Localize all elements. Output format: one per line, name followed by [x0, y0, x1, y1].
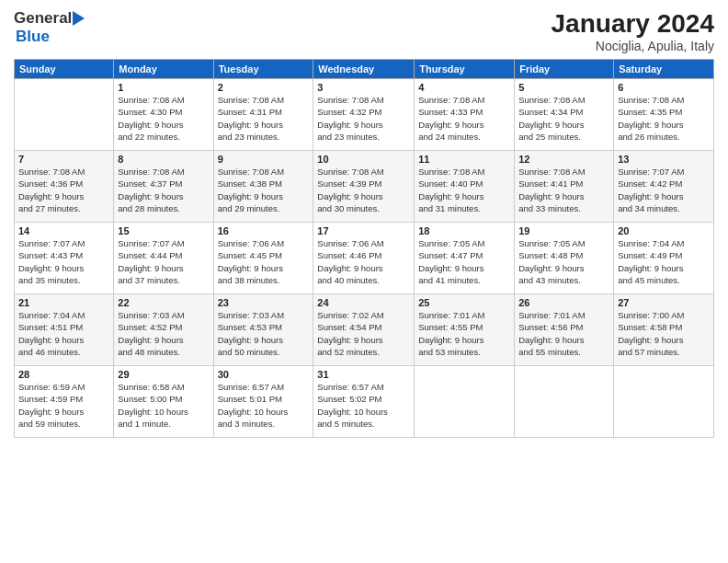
calendar-cell: 21Sunrise: 7:04 AMSunset: 4:51 PMDayligh… [15, 294, 114, 366]
calendar-cell: 1Sunrise: 7:08 AMSunset: 4:30 PMDaylight… [114, 79, 213, 151]
day-info: Sunrise: 7:08 AMSunset: 4:35 PMDaylight:… [618, 94, 710, 143]
day-number: 4 [418, 82, 510, 93]
calendar-cell: 23Sunrise: 7:03 AMSunset: 4:53 PMDayligh… [213, 294, 313, 366]
calendar-week-row: 1Sunrise: 7:08 AMSunset: 4:30 PMDaylight… [15, 79, 714, 151]
calendar-cell: 31Sunrise: 6:57 AMSunset: 5:02 PMDayligh… [313, 366, 415, 438]
day-number: 15 [118, 225, 209, 236]
day-number: 24 [317, 297, 410, 308]
day-number: 31 [317, 369, 410, 380]
day-info: Sunrise: 7:08 AMSunset: 4:36 PMDaylight:… [18, 166, 109, 214]
calendar-cell: 25Sunrise: 7:01 AMSunset: 4:55 PMDayligh… [415, 294, 515, 366]
calendar-cell: 26Sunrise: 7:01 AMSunset: 4:56 PMDayligh… [515, 294, 614, 366]
day-info: Sunrise: 6:57 AMSunset: 5:01 PMDaylight:… [218, 381, 310, 430]
calendar-cell: 3Sunrise: 7:08 AMSunset: 4:32 PMDaylight… [313, 79, 415, 151]
day-info: Sunrise: 7:06 AMSunset: 4:45 PMDaylight:… [218, 237, 310, 286]
day-number: 30 [218, 369, 310, 380]
calendar-week-row: 28Sunrise: 6:59 AMSunset: 4:59 PMDayligh… [15, 366, 714, 438]
day-info: Sunrise: 7:05 AMSunset: 4:48 PMDaylight:… [518, 237, 609, 286]
col-tuesday: Tuesday [213, 60, 313, 79]
calendar-cell: 10Sunrise: 7:08 AMSunset: 4:39 PMDayligh… [313, 151, 415, 223]
day-info: Sunrise: 6:59 AMSunset: 4:59 PMDaylight:… [18, 381, 109, 430]
day-number: 9 [218, 154, 310, 165]
calendar-cell: 15Sunrise: 7:07 AMSunset: 4:44 PMDayligh… [114, 223, 213, 294]
calendar-cell: 16Sunrise: 7:06 AMSunset: 4:45 PMDayligh… [213, 223, 313, 294]
day-number: 27 [618, 297, 710, 308]
calendar-cell: 11Sunrise: 7:08 AMSunset: 4:40 PMDayligh… [415, 151, 515, 223]
logo-general-text: General [14, 9, 72, 28]
calendar-cell [614, 366, 714, 438]
calendar-cell: 24Sunrise: 7:02 AMSunset: 4:54 PMDayligh… [313, 294, 415, 366]
calendar-cell: 9Sunrise: 7:08 AMSunset: 4:38 PMDaylight… [213, 151, 313, 223]
day-info: Sunrise: 7:08 AMSunset: 4:38 PMDaylight:… [218, 166, 310, 214]
calendar-cell: 20Sunrise: 7:04 AMSunset: 4:49 PMDayligh… [614, 223, 714, 294]
calendar-week-row: 21Sunrise: 7:04 AMSunset: 4:51 PMDayligh… [15, 294, 714, 366]
calendar-cell: 6Sunrise: 7:08 AMSunset: 4:35 PMDaylight… [614, 79, 714, 151]
day-info: Sunrise: 7:08 AMSunset: 4:31 PMDaylight:… [218, 94, 310, 143]
day-info: Sunrise: 7:08 AMSunset: 4:30 PMDaylight:… [118, 94, 209, 143]
day-number: 23 [218, 297, 310, 308]
col-friday: Friday [515, 60, 614, 79]
calendar-cell: 22Sunrise: 7:03 AMSunset: 4:52 PMDayligh… [114, 294, 213, 366]
calendar-week-row: 7Sunrise: 7:08 AMSunset: 4:36 PMDaylight… [15, 151, 714, 223]
page: General Blue January 2024 Nociglia, Apul… [0, 0, 728, 563]
day-info: Sunrise: 7:04 AMSunset: 4:51 PMDaylight:… [18, 309, 109, 358]
day-number: 21 [18, 297, 109, 308]
day-info: Sunrise: 6:58 AMSunset: 5:00 PMDaylight:… [118, 381, 209, 430]
col-wednesday: Wednesday [313, 60, 415, 79]
calendar-cell: 27Sunrise: 7:00 AMSunset: 4:58 PMDayligh… [614, 294, 714, 366]
calendar-cell: 30Sunrise: 6:57 AMSunset: 5:01 PMDayligh… [213, 366, 313, 438]
day-number: 19 [518, 225, 609, 236]
day-number: 29 [118, 369, 209, 380]
calendar-cell [515, 366, 614, 438]
day-number: 13 [618, 154, 710, 165]
day-number: 14 [18, 225, 109, 236]
day-number: 20 [618, 225, 710, 236]
day-number: 12 [518, 154, 609, 165]
calendar-cell [15, 79, 114, 151]
calendar-cell: 17Sunrise: 7:06 AMSunset: 4:46 PMDayligh… [313, 223, 415, 294]
day-info: Sunrise: 7:00 AMSunset: 4:58 PMDaylight:… [618, 309, 710, 358]
calendar-cell: 5Sunrise: 7:08 AMSunset: 4:34 PMDaylight… [515, 79, 614, 151]
day-info: Sunrise: 7:08 AMSunset: 4:33 PMDaylight:… [418, 94, 510, 143]
day-info: Sunrise: 7:08 AMSunset: 4:37 PMDaylight:… [118, 166, 209, 214]
day-number: 28 [18, 369, 109, 380]
day-info: Sunrise: 7:08 AMSunset: 4:34 PMDaylight:… [518, 94, 609, 143]
calendar-week-row: 14Sunrise: 7:07 AMSunset: 4:43 PMDayligh… [15, 223, 714, 294]
day-info: Sunrise: 7:08 AMSunset: 4:40 PMDaylight:… [418, 166, 510, 214]
day-info: Sunrise: 7:03 AMSunset: 4:53 PMDaylight:… [218, 309, 310, 358]
calendar-cell: 18Sunrise: 7:05 AMSunset: 4:47 PMDayligh… [415, 223, 515, 294]
calendar-cell: 19Sunrise: 7:05 AMSunset: 4:48 PMDayligh… [515, 223, 614, 294]
calendar-cell [415, 366, 515, 438]
day-info: Sunrise: 6:57 AMSunset: 5:02 PMDaylight:… [317, 381, 410, 430]
day-number: 22 [118, 297, 209, 308]
col-thursday: Thursday [415, 60, 515, 79]
calendar-cell: 13Sunrise: 7:07 AMSunset: 4:42 PMDayligh… [614, 151, 714, 223]
day-info: Sunrise: 7:07 AMSunset: 4:42 PMDaylight:… [618, 166, 710, 214]
day-number: 25 [418, 297, 510, 308]
day-info: Sunrise: 7:01 AMSunset: 4:56 PMDaylight:… [518, 309, 609, 358]
calendar-table: Sunday Monday Tuesday Wednesday Thursday… [14, 59, 714, 438]
calendar-cell: 8Sunrise: 7:08 AMSunset: 4:37 PMDaylight… [114, 151, 213, 223]
title-block: January 2024 Nociglia, Apulia, Italy [552, 9, 714, 53]
col-monday: Monday [114, 60, 213, 79]
day-number: 5 [518, 82, 609, 93]
day-number: 16 [218, 225, 310, 236]
day-number: 7 [18, 154, 109, 165]
logo-arrow-icon [73, 11, 85, 26]
day-number: 8 [118, 154, 209, 165]
day-info: Sunrise: 7:06 AMSunset: 4:46 PMDaylight:… [317, 237, 410, 286]
day-info: Sunrise: 7:01 AMSunset: 4:55 PMDaylight:… [418, 309, 510, 358]
logo-blue-text: Blue [16, 28, 50, 46]
header: General Blue January 2024 Nociglia, Apul… [14, 9, 714, 53]
day-info: Sunrise: 7:07 AMSunset: 4:44 PMDaylight:… [118, 237, 209, 286]
day-number: 1 [118, 82, 209, 93]
day-number: 11 [418, 154, 510, 165]
day-info: Sunrise: 7:04 AMSunset: 4:49 PMDaylight:… [618, 237, 710, 286]
calendar-cell: 7Sunrise: 7:08 AMSunset: 4:36 PMDaylight… [15, 151, 114, 223]
calendar-cell: 2Sunrise: 7:08 AMSunset: 4:31 PMDaylight… [213, 79, 313, 151]
day-number: 10 [317, 154, 410, 165]
day-info: Sunrise: 7:08 AMSunset: 4:39 PMDaylight:… [317, 166, 410, 214]
day-number: 18 [418, 225, 510, 236]
day-number: 6 [618, 82, 710, 93]
day-info: Sunrise: 7:05 AMSunset: 4:47 PMDaylight:… [418, 237, 510, 286]
